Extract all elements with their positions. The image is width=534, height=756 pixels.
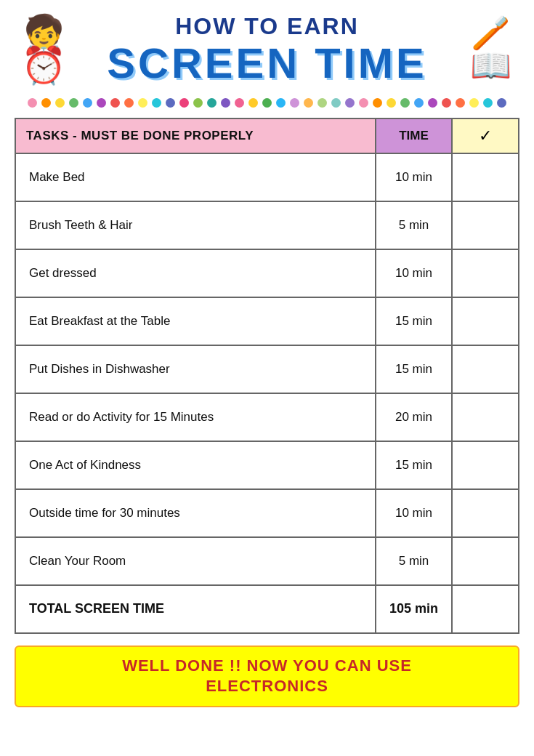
table-row: Put Dishes in Dishwasher 15 min xyxy=(16,345,518,393)
check-cell[interactable] xyxy=(453,346,518,393)
person-icon: 🧒 xyxy=(24,15,64,47)
bottom-banner-line1: WELL DONE !! NOW YOU CAN USE xyxy=(28,656,506,677)
decorative-dot xyxy=(97,98,106,108)
table-row: Outside time for 30 minutes 10 min xyxy=(16,488,518,536)
table-header-row: TASKS - MUST BE DONE PROPERLY TIME ✓ xyxy=(16,119,518,153)
decorative-dot xyxy=(248,98,258,108)
decorative-dot xyxy=(207,98,217,108)
decorative-dot xyxy=(124,98,134,108)
table-body: Make Bed 10 min Brush Teeth & Hair 5 min… xyxy=(16,153,518,584)
decorative-dot xyxy=(290,98,299,108)
main-table: TASKS - MUST BE DONE PROPERLY TIME ✓ Mak… xyxy=(15,118,519,634)
header: 🧒 ⏰ HOW TO EARN SCREEN TIME 🪥 📖 xyxy=(15,13,519,87)
decorative-dot xyxy=(304,98,313,108)
check-cell[interactable] xyxy=(453,154,518,201)
decorative-dot xyxy=(83,98,92,108)
total-check-cell xyxy=(453,586,518,632)
time-column-header: TIME xyxy=(376,119,453,153)
task-cell: One Act of Kindness xyxy=(16,442,376,488)
decorative-dot xyxy=(179,98,189,108)
check-cell[interactable] xyxy=(453,202,518,249)
time-cell: 15 min xyxy=(376,298,453,345)
decorative-dot xyxy=(442,98,451,108)
time-cell: 10 min xyxy=(376,154,453,201)
decorative-dot xyxy=(235,98,244,108)
decorative-dot xyxy=(221,98,230,108)
time-cell: 10 min xyxy=(376,490,453,536)
toothbrush-icon: 🪥 xyxy=(471,17,511,49)
check-cell[interactable] xyxy=(453,490,518,536)
check-cell[interactable] xyxy=(453,250,518,297)
table-row: One Act of Kindness 15 min xyxy=(16,441,518,488)
decorative-dot xyxy=(483,98,493,108)
check-column-header: ✓ xyxy=(453,119,518,153)
decorative-dot xyxy=(345,98,355,108)
check-cell[interactable] xyxy=(453,538,518,584)
check-cell[interactable] xyxy=(453,298,518,345)
table-row: Make Bed 10 min xyxy=(16,153,518,201)
check-cell[interactable] xyxy=(453,394,518,441)
check-cell[interactable] xyxy=(453,442,518,488)
task-column-header: TASKS - MUST BE DONE PROPERLY xyxy=(16,119,376,153)
how-to-earn-label: HOW TO EARN xyxy=(175,13,359,40)
decorative-dot xyxy=(400,98,410,108)
decorative-dot xyxy=(428,98,437,108)
decorative-dot xyxy=(138,98,147,108)
decorative-dot xyxy=(193,98,203,108)
decorative-dot xyxy=(387,98,396,108)
screen-time-label: SCREEN TIME xyxy=(73,40,461,87)
time-cell: 20 min xyxy=(376,394,453,441)
decorative-dot xyxy=(28,98,37,108)
alarm-icon: ⏰ xyxy=(21,47,66,84)
task-cell: Eat Breakfast at the Table xyxy=(16,298,376,345)
total-row: TOTAL SCREEN TIME 105 min xyxy=(16,584,518,632)
table-row: Clean Your Room 5 min xyxy=(16,536,518,584)
dots-row xyxy=(15,98,519,108)
decorative-dot xyxy=(276,98,286,108)
task-cell: Get dressed xyxy=(16,250,376,297)
bottom-banner: WELL DONE !! NOW YOU CAN USE ELECTRONICS xyxy=(15,646,519,707)
decorative-dot xyxy=(152,98,161,108)
decorative-dot xyxy=(456,98,465,108)
table-row: Read or do Activity for 15 Minutes 20 mi… xyxy=(16,393,518,441)
task-cell: Read or do Activity for 15 Minutes xyxy=(16,394,376,441)
page: 🧒 ⏰ HOW TO EARN SCREEN TIME 🪥 📖 TASKS - … xyxy=(0,0,534,756)
decorative-dot xyxy=(359,98,368,108)
time-cell: 15 min xyxy=(376,346,453,393)
task-cell: Outside time for 30 minutes xyxy=(16,490,376,536)
time-cell: 10 min xyxy=(376,250,453,297)
decorative-dot xyxy=(497,98,506,108)
decorative-dot xyxy=(166,98,175,108)
task-cell: Brush Teeth & Hair xyxy=(16,202,376,249)
decorative-dot xyxy=(41,98,51,108)
decorative-dot xyxy=(55,98,65,108)
decorative-dot xyxy=(69,98,78,108)
total-value: 105 min xyxy=(376,586,453,632)
task-cell: Make Bed xyxy=(16,154,376,201)
decorative-dot xyxy=(414,98,424,108)
book-icon: 📖 xyxy=(470,49,511,82)
time-cell: 5 min xyxy=(376,538,453,584)
decorative-dot xyxy=(262,98,272,108)
decorative-dot xyxy=(331,98,341,108)
time-cell: 15 min xyxy=(376,442,453,488)
table-row: Brush Teeth & Hair 5 min xyxy=(16,201,518,249)
decorative-dot xyxy=(469,98,479,108)
decorative-dot xyxy=(110,98,120,108)
bottom-banner-line2: ELECTRONICS xyxy=(28,676,506,697)
total-label: TOTAL SCREEN TIME xyxy=(16,586,376,632)
table-row: Eat Breakfast at the Table 15 min xyxy=(16,297,518,345)
decorative-dot xyxy=(373,98,382,108)
time-cell: 5 min xyxy=(376,202,453,249)
task-cell: Clean Your Room xyxy=(16,538,376,584)
decorative-dot xyxy=(317,98,327,108)
task-cell: Put Dishes in Dishwasher xyxy=(16,346,376,393)
table-row: Get dressed 10 min xyxy=(16,249,518,297)
